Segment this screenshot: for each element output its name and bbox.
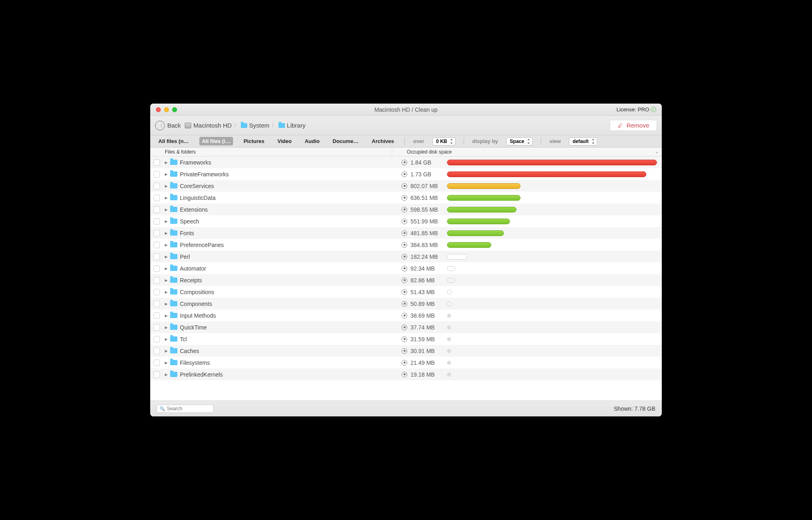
table-row[interactable]: ▶Components50.89 MB bbox=[150, 298, 662, 310]
over-select[interactable]: 0 KB bbox=[432, 137, 456, 145]
view-select[interactable]: default bbox=[569, 137, 597, 145]
folder-icon bbox=[170, 348, 177, 353]
table-row[interactable]: ▶PrivateFrameworks1.73 GB bbox=[150, 168, 662, 180]
table-row[interactable]: ▶Caches30.91 MB bbox=[150, 345, 662, 357]
header-space[interactable]: Occupied disk space ⌄ bbox=[392, 147, 662, 156]
disclosure-triangle-icon[interactable]: ▶ bbox=[165, 278, 168, 282]
disclosure-triangle-icon[interactable]: ▶ bbox=[165, 314, 168, 318]
row-checkbox[interactable] bbox=[153, 289, 160, 295]
target-icon[interactable] bbox=[402, 277, 407, 283]
target-icon[interactable] bbox=[402, 348, 407, 354]
table-row[interactable]: ▶Tcl31.59 MB bbox=[150, 333, 662, 345]
table-row[interactable]: ▶Compositions51.43 MB bbox=[150, 286, 662, 298]
breadcrumb-item[interactable]: System bbox=[249, 122, 270, 129]
disclosure-triangle-icon[interactable]: ▶ bbox=[165, 219, 168, 223]
maximize-button[interactable] bbox=[172, 107, 177, 112]
search-field[interactable]: 🔍 bbox=[157, 405, 214, 413]
table-row[interactable]: ▶Fonts481.85 MB bbox=[150, 227, 662, 239]
table-row[interactable]: ▶Frameworks1.84 GB bbox=[150, 156, 662, 168]
disclosure-triangle-icon[interactable]: ▶ bbox=[165, 208, 168, 212]
target-icon[interactable] bbox=[402, 160, 407, 165]
disclosure-triangle-icon[interactable]: ▶ bbox=[165, 349, 168, 353]
row-checkbox[interactable] bbox=[153, 301, 160, 307]
row-checkbox[interactable] bbox=[153, 206, 160, 213]
target-icon[interactable] bbox=[402, 360, 407, 366]
file-list[interactable]: ▶Frameworks1.84 GB▶PrivateFrameworks1.73… bbox=[150, 156, 662, 401]
disclosure-triangle-icon[interactable]: ▶ bbox=[165, 231, 168, 235]
row-checkbox[interactable] bbox=[153, 277, 160, 284]
table-row[interactable]: ▶CoreServices802.07 MB bbox=[150, 180, 662, 192]
table-row[interactable]: ▶PrelinkedKernels19.18 MB bbox=[150, 368, 662, 380]
target-icon[interactable] bbox=[402, 219, 407, 224]
row-checkbox[interactable] bbox=[153, 159, 160, 166]
row-checkbox[interactable] bbox=[153, 254, 160, 260]
disclosure-triangle-icon[interactable]: ▶ bbox=[165, 243, 168, 247]
filter-tab[interactable]: Video bbox=[275, 137, 294, 145]
display-by-select[interactable]: Space bbox=[506, 137, 533, 145]
disclosure-triangle-icon[interactable]: ▶ bbox=[165, 172, 168, 176]
disclosure-triangle-icon[interactable]: ▶ bbox=[165, 196, 168, 200]
filter-tab[interactable]: Audio bbox=[302, 137, 322, 145]
table-row[interactable]: ▶Input Methods38.69 MB bbox=[150, 310, 662, 321]
disclosure-triangle-icon[interactable]: ▶ bbox=[165, 325, 168, 329]
disclosure-triangle-icon[interactable]: ▶ bbox=[165, 266, 168, 271]
row-checkbox[interactable] bbox=[153, 171, 160, 178]
target-icon[interactable] bbox=[402, 230, 407, 236]
row-checkbox[interactable] bbox=[153, 183, 160, 189]
target-icon[interactable] bbox=[402, 195, 407, 201]
target-icon[interactable] bbox=[402, 183, 407, 189]
table-row[interactable]: ▶Filesystems21.49 MB bbox=[150, 357, 662, 368]
filter-tab[interactable]: All files (n… bbox=[156, 137, 191, 145]
disclosure-triangle-icon[interactable]: ▶ bbox=[165, 290, 168, 294]
row-checkbox[interactable] bbox=[153, 195, 160, 201]
row-checkbox[interactable] bbox=[153, 218, 160, 225]
header-files[interactable]: Files & folders bbox=[150, 147, 392, 156]
minimize-button[interactable] bbox=[164, 107, 169, 112]
target-icon[interactable] bbox=[402, 254, 407, 260]
table-row[interactable]: ▶Speech551.99 MB bbox=[150, 215, 662, 227]
target-icon[interactable] bbox=[402, 207, 407, 212]
remove-button[interactable]: Remove bbox=[610, 120, 657, 131]
filter-tab[interactable]: Pictures bbox=[241, 137, 267, 145]
disclosure-triangle-icon[interactable]: ▶ bbox=[165, 373, 168, 377]
target-icon[interactable] bbox=[402, 301, 407, 307]
table-row[interactable]: ▶Receipts82.86 MB bbox=[150, 274, 662, 286]
disclosure-triangle-icon[interactable]: ▶ bbox=[165, 184, 168, 188]
table-row[interactable]: ▶PreferencePanes384.83 MB bbox=[150, 239, 662, 251]
row-checkbox[interactable] bbox=[153, 324, 160, 331]
target-icon[interactable] bbox=[402, 266, 407, 271]
target-icon[interactable] bbox=[402, 171, 407, 177]
disclosure-triangle-icon[interactable]: ▶ bbox=[165, 302, 168, 306]
close-button[interactable] bbox=[156, 107, 161, 112]
disclosure-triangle-icon[interactable]: ▶ bbox=[165, 160, 168, 165]
disclosure-triangle-icon[interactable]: ▶ bbox=[165, 255, 168, 259]
table-row[interactable]: ▶Extensions598.55 MB bbox=[150, 204, 662, 215]
row-checkbox[interactable] bbox=[153, 360, 160, 366]
row-checkbox[interactable] bbox=[153, 348, 160, 354]
filter-tab[interactable]: Archives bbox=[369, 137, 397, 145]
disclosure-triangle-icon[interactable]: ▶ bbox=[165, 361, 168, 365]
target-icon[interactable] bbox=[402, 289, 407, 295]
row-checkbox[interactable] bbox=[153, 312, 160, 319]
target-icon[interactable] bbox=[402, 242, 407, 248]
back-button[interactable]: 〈 Back bbox=[155, 121, 181, 130]
row-checkbox[interactable] bbox=[153, 371, 160, 378]
table-row[interactable]: ▶QuickTime37.74 MB bbox=[150, 321, 662, 333]
filter-tab[interactable]: All files (i… bbox=[199, 137, 233, 145]
breadcrumb-item[interactable]: Macintosh HD bbox=[193, 122, 231, 129]
table-row[interactable]: ▶Automator92.34 MB bbox=[150, 262, 662, 274]
table-row[interactable]: ▶LinguisticData636.51 MB bbox=[150, 192, 662, 204]
breadcrumb-item[interactable]: Library bbox=[287, 122, 306, 129]
disclosure-triangle-icon[interactable]: ▶ bbox=[165, 337, 168, 341]
row-checkbox[interactable] bbox=[153, 230, 160, 236]
target-icon[interactable] bbox=[402, 336, 407, 342]
row-checkbox[interactable] bbox=[153, 336, 160, 342]
row-checkbox[interactable] bbox=[153, 242, 160, 248]
target-icon[interactable] bbox=[402, 372, 407, 377]
target-icon[interactable] bbox=[402, 313, 407, 318]
target-icon[interactable] bbox=[402, 325, 407, 330]
search-input[interactable] bbox=[167, 406, 211, 412]
table-row[interactable]: ▶Perl182.24 MB bbox=[150, 251, 662, 262]
filter-tab[interactable]: Docume… bbox=[330, 137, 361, 145]
row-checkbox[interactable] bbox=[153, 265, 160, 272]
